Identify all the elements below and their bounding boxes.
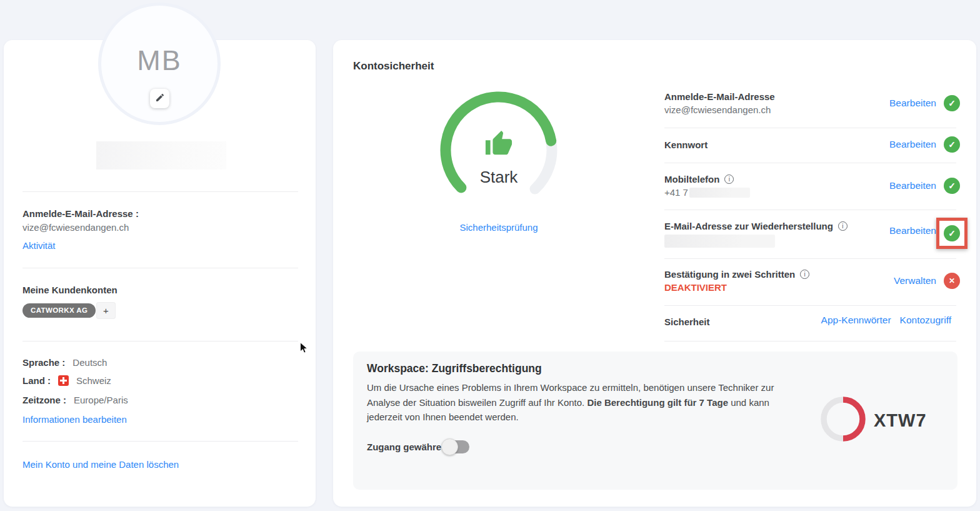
info-icon[interactable]: i [724, 175, 734, 184]
divider [22, 268, 298, 268]
divider [664, 210, 956, 210]
workspace-access-card: Workspace: Zugriffsberechtigung Um die U… [353, 352, 958, 490]
toggle-knob [441, 438, 458, 455]
row-two-step-label: Bestätigung in zwei Schritteni [664, 269, 809, 280]
two-step-status-badge: DEAKTIVIERT [664, 282, 727, 293]
redacted-recovery-email [664, 235, 775, 248]
divider [22, 441, 298, 442]
plus-icon: + [103, 305, 109, 316]
avatar: MB [98, 3, 221, 125]
grant-access-toggle[interactable] [443, 440, 469, 453]
info-icon[interactable]: i [800, 270, 809, 279]
divider [664, 128, 956, 128]
row-two-step-action: Verwalten ✕ [894, 273, 960, 289]
country-row: Land : Schweiz [22, 375, 111, 386]
thumb-up-icon [484, 129, 513, 161]
redacted-user-name [96, 141, 226, 169]
grant-access-label: Zugang gewähren [367, 442, 447, 452]
edit-info-link[interactable]: Informationen bearbeiten [22, 414, 127, 425]
row-login-email-label: Anmelde-E-Mail-Adresse [664, 91, 775, 102]
divider [664, 341, 956, 342]
workspace-card-title: Workspace: Zugriffsberechtigung [367, 362, 542, 375]
language-row: Sprache : Deutsch [22, 357, 107, 368]
customer-accounts-label: Meine Kundenkonten [22, 285, 118, 295]
language-value: Deutsch [72, 357, 107, 368]
divider [664, 258, 956, 259]
security-card-title: Kontosicherheit [353, 60, 434, 73]
add-account-button[interactable]: + [96, 302, 116, 319]
divider [664, 305, 956, 306]
manage-two-step-link[interactable]: Verwalten [894, 275, 936, 286]
row-security-label: Sicherheit [664, 316, 710, 327]
mouse-cursor [298, 342, 309, 357]
avatar-initials: MB [101, 44, 218, 77]
status-error-icon: ✕ [944, 273, 960, 289]
timezone-label: Zeitzone : [22, 395, 66, 405]
status-ok-icon: ✓ [944, 136, 960, 153]
security-strength-label: Stark [436, 168, 561, 187]
workspace-card-body: Um die Ursache eines Problems in Ihrem W… [367, 380, 779, 425]
account-access-link[interactable]: Kontozugriff [900, 315, 951, 326]
row-mobile-value: +41 7 [664, 187, 750, 198]
login-email-label: Anmelde-E-Mail-Adresse : [22, 208, 139, 219]
edit-password-link[interactable]: Bearbeiten [889, 139, 936, 150]
divider [22, 341, 298, 342]
row-recovery-email-label: E-Mail-Adresse zur Wiederherstellungi [664, 221, 848, 231]
account-settings-page: MB Anmelde-E-Mail-Adresse : vize@fcwiese… [0, 0, 980, 511]
row-login-email-value: vize@fcwiesendangen.ch [664, 104, 771, 115]
row-security-links: App-Kennwörter Kontozugriff [821, 315, 951, 326]
country-label: Land : [22, 375, 51, 386]
row-mobile-action: Bearbeiten ✓ [889, 178, 960, 194]
timezone-value: Europe/Paris [74, 395, 128, 405]
divider [22, 191, 298, 192]
workspace-access-code: XTW7 [874, 410, 927, 431]
annotation-highlight-box: ✓ [936, 218, 968, 249]
activity-link[interactable]: Aktivität [22, 240, 56, 251]
country-value: Schweiz [76, 375, 111, 386]
divider [664, 163, 956, 163]
security-check-link[interactable]: Sicherheitsprüfung [459, 222, 538, 233]
delete-account-link[interactable]: Mein Konto und meine Daten löschen [22, 459, 179, 470]
status-ok-icon: ✓ [944, 225, 960, 241]
row-password-label: Kennwort [664, 139, 708, 150]
swiss-flag-icon [58, 375, 69, 386]
edit-mobile-link[interactable]: Bearbeiten [889, 180, 936, 191]
access-code-ring [819, 395, 867, 445]
customer-account-chip[interactable]: CATWORKX AG [22, 303, 96, 318]
row-login-email-action: Bearbeiten ✓ [889, 95, 960, 111]
app-passwords-link[interactable]: App-Kennwörter [821, 315, 891, 326]
timezone-row: Zeitzone : Europe/Paris [22, 395, 128, 405]
status-ok-icon: ✓ [944, 178, 960, 194]
redacted-phone-number [689, 188, 750, 198]
edit-login-email-link[interactable]: Bearbeiten [889, 98, 936, 109]
row-mobile-label: Mobiltelefoni [664, 174, 734, 185]
status-ok-icon: ✓ [944, 95, 960, 111]
pencil-icon [155, 93, 165, 105]
language-label: Sprache : [22, 357, 65, 368]
edit-avatar-button[interactable] [150, 89, 169, 108]
row-password-action: Bearbeiten ✓ [889, 136, 960, 153]
login-email-value: vize@fcwiesendangen.ch [22, 222, 129, 233]
edit-recovery-email-link[interactable]: Bearbeiten [889, 225, 936, 236]
workspace-body-bold: Die Berechtigung gilt für 7 Tage [587, 397, 728, 408]
info-icon[interactable]: i [838, 221, 848, 231]
